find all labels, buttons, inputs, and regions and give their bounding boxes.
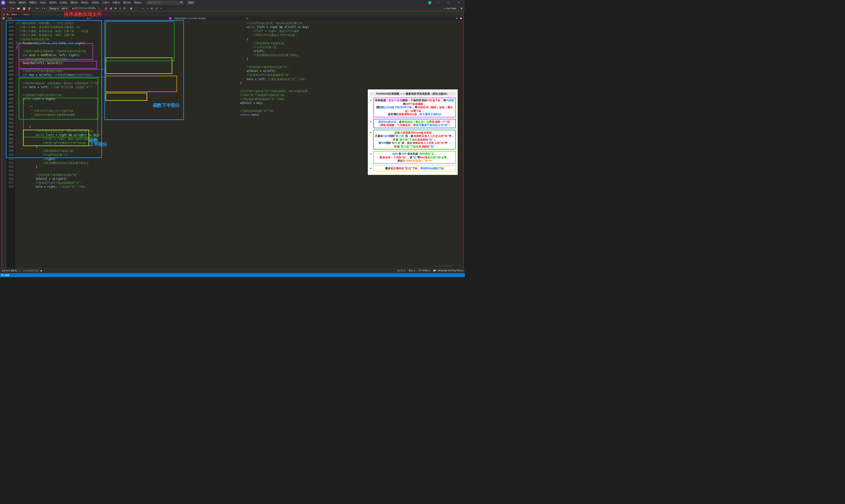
- gear-tool[interactable]: ⚙: [6, 12, 10, 17]
- save-all-button[interactable]: 🗐: [28, 7, 31, 10]
- pin-tool[interactable]: 📌: [2, 12, 6, 17]
- code-left-column[interactable]: //一趟快速排序（内部函数）-- 方法二挖坑法： //第一个参数：接收要排序的数…: [15, 20, 239, 271]
- live-share-icon: ↗: [443, 7, 445, 10]
- nav-back-button[interactable]: ⟲ ▾: [1, 7, 6, 10]
- undo-button[interactable]: ↶ ▾: [34, 7, 39, 10]
- tb-icon-12[interactable]: ⌖: [160, 7, 162, 10]
- add-icon[interactable]: 🞦: [459, 17, 462, 20]
- menu-edit[interactable]: 编辑(E): [17, 1, 28, 4]
- menu-view[interactable]: 视图(V): [28, 1, 38, 4]
- explanation-panel: PartSort2内部函数 -- 一趟冒泡排序实现函数（挖坑法版本） 同样使用三…: [368, 89, 457, 175]
- menu-help[interactable]: 帮助(H): [133, 1, 143, 4]
- annotation-red-outline: 📌 ⚙ Sort.c ✕ Stack.c 排序函数实现文件 📦 Sort ▾ 🟪…: [1, 11, 463, 272]
- new-item-button[interactable]: 🗋 ▾: [10, 7, 15, 10]
- explain-title: PartSort2内部函数 -- 一趟冒泡排序实现函数（挖坑法版本）: [370, 92, 456, 96]
- menu-analyze[interactable]: 分析(N): [90, 1, 100, 4]
- tab-label: Sort.c: [11, 13, 17, 16]
- close-button[interactable]: ✕: [455, 1, 462, 5]
- platform-combo[interactable]: x86: [61, 6, 68, 10]
- menu-project[interactable]: 项目(P): [48, 1, 58, 4]
- anno-upper-label: 函数 上半部分: [89, 139, 107, 146]
- ready-label: 就绪: [5, 274, 9, 277]
- menu-git[interactable]: Git(G): [38, 1, 48, 4]
- account-avatar[interactable]: 培: [428, 1, 432, 5]
- menu-bar: ◆ 文件(F) 编辑(E) 视图(V) Git(G) 项目(P) 生成(B) 调…: [0, 0, 465, 6]
- scroll-left-icon[interactable]: ◀: [40, 269, 41, 272]
- tab-label: Stack.c: [23, 13, 30, 16]
- close-icon[interactable]: ✕: [18, 13, 20, 16]
- tb-icon-4[interactable]: ⎘: [119, 7, 122, 10]
- search-icon: 🔍: [180, 1, 183, 4]
- live-share-button[interactable]: Live Share: [446, 7, 457, 10]
- menu-file[interactable]: 文件(F): [7, 1, 17, 4]
- scope-icon: 📦: [2, 17, 5, 20]
- toolbar-overflow[interactable]: ⮟: [460, 6, 463, 10]
- dropdown-icon[interactable]: ▾: [455, 17, 458, 20]
- ok-icon: ●: [19, 269, 20, 272]
- zoom-level[interactable]: 115 %: [1, 269, 7, 272]
- main-toolbar: ⟲ ▾ 🗋 ▾ 📂 💾 🗐 ↶ ▾ ↷ ▾ Debug x86 ▶ 本地 Win…: [0, 6, 465, 12]
- menu-build[interactable]: 生成(B): [58, 1, 69, 4]
- shell-icon: 🗔: [1, 274, 4, 277]
- tb-icon-11[interactable]: ⊡: [155, 7, 158, 10]
- open-button[interactable]: 📂: [16, 7, 20, 10]
- save-button[interactable]: 💾: [22, 7, 26, 10]
- config-combo[interactable]: Debug: [49, 6, 59, 10]
- tab-sort-c[interactable]: Sort.c ✕: [10, 12, 21, 17]
- margin-gutter: [2, 20, 6, 271]
- tb-icon-6[interactable]: ▦: [129, 7, 133, 10]
- char-indicator[interactable]: 字符: 0: [408, 269, 415, 272]
- tb-icon-5[interactable]: ☰: [123, 7, 126, 10]
- watermark: CSDN 高高的胖子: [434, 265, 454, 268]
- tb-icon-2[interactable]: ▤: [109, 7, 112, 10]
- quick-search-input[interactable]: [146, 1, 179, 5]
- menu-test[interactable]: 测试(S): [79, 1, 90, 4]
- start-nodebug-button[interactable]: ▷: [98, 7, 101, 10]
- tab-stack-c[interactable]: Stack.c: [21, 12, 32, 17]
- func-icon: 🟪: [169, 17, 172, 20]
- maximize-button[interactable]: ☐: [445, 1, 452, 5]
- tb-icon-3[interactable]: ⇄: [114, 7, 117, 10]
- tb-icon-1[interactable]: ▥: [104, 7, 108, 10]
- tb-icon-7[interactable]: ⬚: [134, 7, 138, 10]
- vs-logo: ◆: [1, 1, 5, 5]
- line-numbers: 477 478 479 480 481 482 483 484 485 486 …: [6, 20, 15, 271]
- function-combo[interactable]: PartSort3(int * a, int left, int right): [172, 17, 249, 20]
- menu-tools[interactable]: 工具(T): [100, 1, 111, 4]
- annotation-file-label: 排序函数实现文件: [64, 11, 103, 17]
- document-tabs: 📌 ⚙ Sort.c ✕ Stack.c 排序函数实现文件: [2, 12, 463, 17]
- line-col-indicator[interactable]: 行: 0 / 0: [398, 269, 405, 272]
- tb-icon-8[interactable]: ⤺: [141, 7, 144, 10]
- start-debug-button[interactable]: ▶ 本地 Windows 调试器 ▾: [71, 6, 96, 10]
- menu-debug[interactable]: 调试(D): [69, 1, 79, 4]
- anno-lower-label: 函数下半部分: [153, 104, 180, 108]
- repo-indicator[interactable]: 📁 c-language-learning-Diary ▴: [433, 269, 463, 272]
- search-button[interactable]: 🔍: [179, 1, 183, 5]
- tb-icon-10[interactable]: ⊞: [150, 7, 154, 10]
- no-issues-label[interactable]: 未找到相关问题: [23, 269, 38, 272]
- menu-extensions[interactable]: 扩展(X): [111, 1, 122, 4]
- menu-window[interactable]: 窗口(W): [122, 1, 133, 4]
- redo-button[interactable]: ↷ ▾: [40, 7, 46, 10]
- minimize-button[interactable]: ─: [435, 1, 442, 5]
- tb-icon-9[interactable]: ⤻: [145, 7, 149, 10]
- branch-indicator[interactable]: 🌿 master ▴: [418, 269, 430, 272]
- solution-button[interactable]: Sort: [187, 1, 195, 5]
